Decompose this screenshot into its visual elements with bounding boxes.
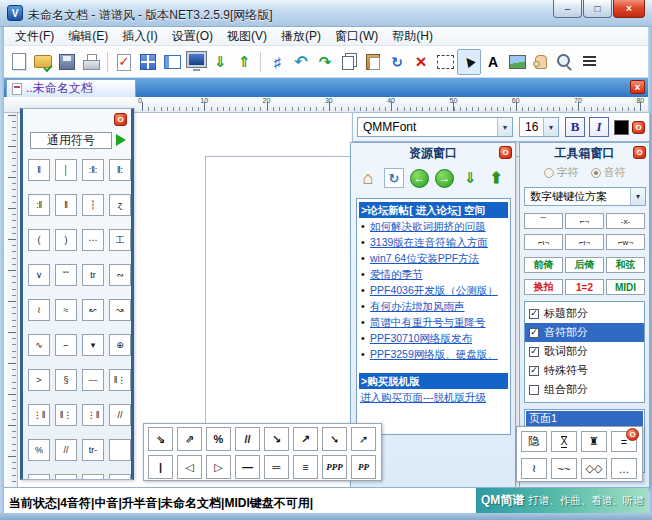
- pointer-tool-icon[interactable]: ▶: [457, 49, 481, 75]
- symbol-cell[interactable]: tr: [82, 264, 104, 286]
- panel-close-button[interactable]: O: [114, 113, 127, 126]
- close-document-button[interactable]: ×: [630, 80, 645, 94]
- back-icon[interactable]: ←: [410, 169, 429, 188]
- grid-view-icon[interactable]: [136, 49, 160, 75]
- layer-checkbox-row[interactable]: 标题部分: [525, 304, 644, 323]
- one-equals-two-button[interactable]: 1=2: [565, 279, 604, 295]
- menu-item[interactable]: 文件(F): [8, 27, 61, 46]
- minimize-button[interactable]: –: [553, 0, 582, 18]
- undo-icon[interactable]: ↶: [289, 49, 313, 75]
- symbol-cell[interactable]: ‖⋮: [55, 404, 77, 426]
- zoom-tool-icon[interactable]: [553, 49, 577, 75]
- layer-checkbox-row[interactable]: 音符部分: [525, 323, 644, 342]
- resource-link[interactable]: 3139版在连音符输入方面: [359, 234, 508, 250]
- slide-down-button[interactable]: ↘: [264, 427, 289, 451]
- pp-button[interactable]: PP: [351, 455, 376, 479]
- resource-link[interactable]: [359, 362, 508, 373]
- close-button[interactable]: ×: [613, 0, 645, 18]
- refresh-icon[interactable]: ↻: [385, 49, 409, 75]
- symbol-cell[interactable]: (: [28, 229, 50, 251]
- resource-link[interactable]: 如何解决歌词拥挤的问题: [359, 218, 508, 234]
- chord-button[interactable]: 和弦: [606, 257, 645, 273]
- panel-close-button[interactable]: O: [632, 121, 645, 134]
- symbol-cell[interactable]: ⊕: [109, 334, 131, 356]
- chevron-down-icon[interactable]: ▾: [497, 118, 512, 136]
- symbol-cell[interactable]: [109, 474, 131, 480]
- radio-character[interactable]: 字符: [544, 165, 579, 180]
- screen-view-icon[interactable]: [184, 49, 208, 75]
- checkbox-icon[interactable]: [529, 347, 539, 357]
- font-size-select[interactable]: 16 ▾: [519, 117, 559, 137]
- check-document-icon[interactable]: ✓: [112, 49, 136, 75]
- checkbox-icon[interactable]: [529, 385, 539, 395]
- delete-icon[interactable]: ×: [409, 49, 433, 75]
- symbol-cell[interactable]: :‖: [28, 194, 50, 216]
- menu-item[interactable]: 窗口(W): [328, 27, 385, 46]
- resource-link[interactable]: >购买脱机版: [359, 373, 508, 389]
- symbol-cell[interactable]: ): [55, 229, 77, 251]
- volta2-button[interactable]: ⌐ι¬: [565, 234, 604, 250]
- chevron-down-icon[interactable]: ▾: [630, 188, 645, 205]
- marquee-select-icon[interactable]: [433, 49, 457, 75]
- symbol-cell[interactable]: §: [55, 369, 77, 391]
- bracket-button[interactable]: ⌐¬: [565, 213, 604, 229]
- palette-category-button[interactable]: 通用符号: [30, 132, 112, 149]
- font-family-select[interactable]: QMMFont ▾: [357, 117, 513, 137]
- menu-item[interactable]: 设置(O): [165, 27, 220, 46]
- decrescendo-button[interactable]: ▷: [206, 455, 231, 479]
- document-tab[interactable]: ..未命名文档: [6, 79, 136, 97]
- panel-close-button[interactable]: O: [626, 428, 639, 441]
- symbol-cell[interactable]: ↜: [82, 299, 104, 321]
- print-icon[interactable]: [79, 49, 103, 75]
- curve-down-button[interactable]: ➘: [322, 427, 347, 451]
- upload-icon[interactable]: ⇑: [486, 168, 506, 188]
- ppp-button[interactable]: PPP: [322, 455, 347, 479]
- layer-checkbox-row[interactable]: 特殊符号: [525, 361, 644, 380]
- resource-link[interactable]: PPF4036开发版（公测版）: [359, 282, 508, 298]
- symbol-cell[interactable]: [28, 474, 50, 480]
- layer-checkbox-row[interactable]: 歌词部分: [525, 342, 644, 361]
- symbol-cell[interactable]: —: [82, 369, 104, 391]
- repeat-measure-button[interactable]: %: [206, 427, 231, 451]
- symbol-cell[interactable]: [82, 474, 104, 480]
- resource-link[interactable]: 进入购买页面---脱机版升级: [359, 389, 508, 405]
- menu-item[interactable]: 编辑(E): [61, 27, 115, 46]
- symbol-cell[interactable]: %: [28, 439, 50, 461]
- tie-x-button[interactable]: -x-: [606, 213, 645, 229]
- symbol-cell[interactable]: ▾: [82, 334, 104, 356]
- download-icon[interactable]: ⇓: [460, 168, 480, 188]
- single-line-button[interactable]: —: [235, 455, 260, 479]
- home-icon[interactable]: ⌂: [358, 168, 378, 188]
- curve-up-button[interactable]: ➚: [351, 427, 376, 451]
- double-line-button[interactable]: ═: [264, 455, 289, 479]
- maximize-button[interactable]: □: [583, 0, 612, 18]
- copy-icon[interactable]: [337, 49, 361, 75]
- resource-link[interactable]: win7 64位安装PPF方法: [359, 250, 508, 266]
- slide-up-button[interactable]: ↗: [293, 427, 318, 451]
- resource-link[interactable]: >论坛新帖[ 进入论坛] 空间: [359, 202, 508, 218]
- x-bar-button[interactable]: X: [551, 431, 577, 452]
- save-icon[interactable]: [55, 49, 79, 75]
- symbol-cell[interactable]: ┆: [82, 194, 104, 216]
- symbol-cell[interactable]: tr-: [82, 439, 104, 461]
- resource-link[interactable]: 简谱中有重升号与重降号: [359, 314, 508, 330]
- crescendo-button[interactable]: ◁: [177, 455, 202, 479]
- symbol-cell[interactable]: 工: [109, 229, 131, 251]
- keymap-select[interactable]: 数字键键位方案 ▾: [524, 187, 646, 206]
- hide-button[interactable]: 隐: [521, 431, 547, 452]
- resource-link[interactable]: 爱情的季节: [359, 266, 508, 282]
- symbol-cell[interactable]: ∨: [28, 264, 50, 286]
- symbol-cell[interactable]: ↝: [109, 299, 131, 321]
- change-meter-button[interactable]: 换拍: [524, 279, 563, 295]
- color-swatch[interactable]: [614, 120, 629, 135]
- layer-checkbox-row[interactable]: 组合部分: [525, 380, 644, 399]
- checkbox-icon[interactable]: [529, 366, 539, 376]
- midi-button[interactable]: MIDI: [606, 279, 645, 295]
- menu-item[interactable]: 播放(P): [274, 27, 328, 46]
- tremolo-button[interactable]: //: [235, 427, 260, 451]
- image-tool-icon[interactable]: [505, 49, 529, 75]
- panel-close-button[interactable]: O: [499, 146, 512, 159]
- symbol-cell[interactable]: │: [55, 159, 77, 181]
- open-folder-icon[interactable]: [31, 49, 55, 75]
- symbol-cell[interactable]: ⋮‖: [82, 404, 104, 426]
